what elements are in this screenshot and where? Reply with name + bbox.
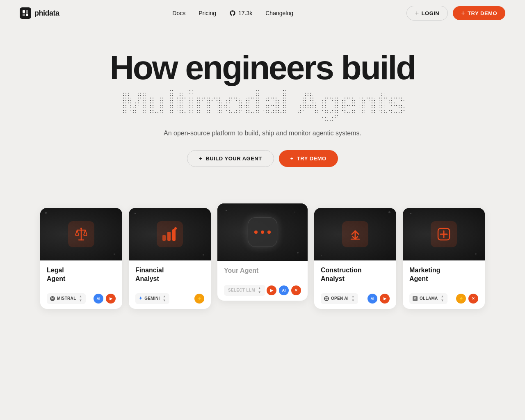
hero-title-dotted: Multimodal Agents	[120, 84, 405, 121]
marketing-card-footer: O OLLAMA ▲ ▼ ⚡ ✕	[409, 293, 478, 304]
legal-llm-stepper[interactable]: ▲ ▼	[79, 295, 82, 302]
stepper-up[interactable]: ▲	[163, 295, 166, 298]
login-button[interactable]: + LOGIN	[406, 6, 448, 21]
legal-action-red[interactable]: ▶	[106, 294, 116, 304]
hero-title-solid: How engineers build	[110, 51, 415, 84]
nav-right: + LOGIN + TRY DEMO	[406, 6, 505, 21]
legal-card-body: LegalAgent M MISTRAL ▲ ▼ AI ▶	[40, 260, 122, 309]
svg-point-14	[267, 231, 271, 234]
construction-llm-badge[interactable]: OPEN AI ▲ ▼	[321, 293, 358, 304]
your-agent-card-footer: SELECT LLM ▲ ▼ ▶ AI ✕	[224, 285, 301, 296]
try-demo-hero-button[interactable]: + TRY DEMO	[279, 150, 338, 167]
try-demo-nav-plus-icon: +	[461, 9, 465, 17]
nav-github[interactable]: 17.3k	[229, 10, 252, 16]
nav-changelog[interactable]: Changelog	[265, 10, 293, 16]
try-demo-nav-button[interactable]: + TRY DEMO	[453, 6, 505, 20]
marketing-llm-label: OLLAMA	[420, 296, 438, 301]
stepper-up[interactable]: ▲	[441, 295, 444, 298]
marketing-action-yellow[interactable]: ⚡	[456, 294, 466, 304]
legal-action-icons: AI ▶	[94, 294, 116, 304]
logo-text: phidata	[34, 9, 59, 18]
select-llm-label: SELECT LLM	[228, 288, 255, 292]
legal-action-blue[interactable]: AI	[94, 294, 103, 304]
marketing-llm-badge[interactable]: O OLLAMA ▲ ▼	[409, 293, 447, 304]
marketing-card-body: MarketingAgent O OLLAMA ▲ ▼ ⚡ ✕	[403, 260, 485, 309]
build-agent-button[interactable]: + BUILD YOUR AGENT	[187, 150, 274, 167]
stepper-up[interactable]: ▲	[79, 295, 82, 298]
financial-action-icons: ⚡	[194, 294, 204, 304]
legal-icon-wrapper	[68, 221, 94, 247]
legal-agent-card[interactable]: LegalAgent M MISTRAL ▲ ▼ AI ▶	[40, 208, 122, 309]
construction-analyst-card[interactable]: ConstructionAnalyst OPEN AI ▲ ▼ AI ▶	[314, 208, 396, 309]
your-agent-llm-stepper[interactable]: ▲ ▼	[258, 287, 261, 294]
financial-llm-stepper[interactable]: ▲ ▼	[163, 295, 166, 302]
stepper-down[interactable]: ▼	[441, 299, 444, 302]
your-agent-action-red1[interactable]: ▶	[267, 285, 276, 295]
mistral-icon: M	[50, 296, 55, 301]
gemini-icon: ✦	[139, 296, 142, 301]
stepper-down[interactable]: ▼	[163, 299, 166, 302]
svg-rect-10	[172, 229, 176, 241]
stepper-up[interactable]: ▲	[258, 287, 261, 290]
construction-action-icons: AI ▶	[368, 294, 390, 304]
marketing-icon-wrapper	[431, 221, 457, 247]
plus-box-icon	[436, 226, 452, 242]
financial-analyst-card[interactable]: FinancialAnalyst ✦ GEMINI ▲ ▼ ⚡	[129, 208, 211, 309]
your-agent-action-blue[interactable]: AI	[279, 285, 289, 295]
openai-icon	[324, 296, 329, 301]
svg-rect-9	[167, 232, 171, 241]
github-icon	[229, 10, 236, 16]
stepper-down[interactable]: ▼	[352, 299, 355, 302]
marketing-card-title: MarketingAgent	[409, 266, 478, 283]
marketing-action-red[interactable]: ✕	[468, 294, 478, 304]
your-agent-card-title: Your Agent	[224, 267, 301, 275]
construction-action-red[interactable]: ▶	[380, 294, 390, 304]
ollama-icon: O	[413, 296, 418, 301]
financial-card-body: FinancialAnalyst ✦ GEMINI ▲ ▼ ⚡	[129, 260, 211, 309]
financial-card-image	[129, 208, 211, 260]
your-agent-card-image	[217, 203, 308, 261]
logo[interactable]: phidata	[20, 7, 59, 19]
financial-action-yellow[interactable]: ⚡	[194, 294, 204, 304]
legal-llm-badge[interactable]: M MISTRAL ▲ ▼	[47, 293, 86, 304]
construction-card-image	[314, 208, 396, 260]
cards-section: LegalAgent M MISTRAL ▲ ▼ AI ▶	[0, 183, 525, 333]
construction-icon-wrapper	[342, 221, 368, 247]
svg-rect-3	[26, 14, 28, 16]
construction-llm-stepper[interactable]: ▲ ▼	[352, 295, 355, 302]
your-agent-icon-wrapper	[248, 217, 277, 247]
scale-icon	[73, 226, 89, 242]
financial-llm-badge[interactable]: ✦ GEMINI ▲ ▼	[135, 293, 169, 304]
svg-rect-2	[23, 14, 25, 16]
svg-rect-8	[162, 235, 166, 241]
more-dots-icon	[253, 227, 272, 237]
nav-pricing[interactable]: Pricing	[199, 10, 216, 16]
svg-point-13	[261, 231, 264, 234]
nav-docs[interactable]: Docs	[172, 10, 185, 16]
hero-subtitle: An open-source platform to build, ship a…	[164, 130, 361, 137]
nav-center: Docs Pricing 17.3k Changelog	[172, 10, 293, 16]
stepper-up[interactable]: ▲	[352, 295, 355, 298]
construction-card-footer: OPEN AI ▲ ▼ AI ▶	[321, 293, 390, 304]
legal-card-image	[40, 208, 122, 260]
stepper-down[interactable]: ▼	[79, 299, 82, 302]
your-agent-card[interactable]: Your Agent SELECT LLM ▲ ▼ ▶ AI ✕	[217, 203, 308, 301]
github-stars: 17.3k	[238, 10, 252, 16]
legal-llm-label: MISTRAL	[57, 296, 76, 301]
legal-card-title: LegalAgent	[47, 266, 116, 283]
stepper-down[interactable]: ▼	[258, 291, 261, 294]
financial-card-title: FinancialAnalyst	[135, 266, 204, 283]
svg-point-6	[80, 228, 82, 229]
svg-point-11	[174, 227, 177, 230]
svg-rect-1	[26, 10, 28, 13]
your-agent-action-red2[interactable]: ✕	[291, 285, 301, 295]
construction-action-blue[interactable]: AI	[368, 294, 377, 304]
select-llm-badge[interactable]: SELECT LLM ▲ ▼	[224, 285, 265, 296]
financial-llm-label: GEMINI	[144, 296, 160, 301]
marketing-action-icons: ⚡ ✕	[456, 294, 478, 304]
hero-buttons: + BUILD YOUR AGENT + TRY DEMO	[187, 150, 338, 167]
marketing-agent-card[interactable]: MarketingAgent O OLLAMA ▲ ▼ ⚡ ✕	[403, 208, 485, 309]
marketing-llm-stepper[interactable]: ▲ ▼	[441, 295, 444, 302]
construction-card-title: ConstructionAnalyst	[321, 266, 390, 283]
try-demo-hero-plus-icon: +	[290, 155, 294, 162]
